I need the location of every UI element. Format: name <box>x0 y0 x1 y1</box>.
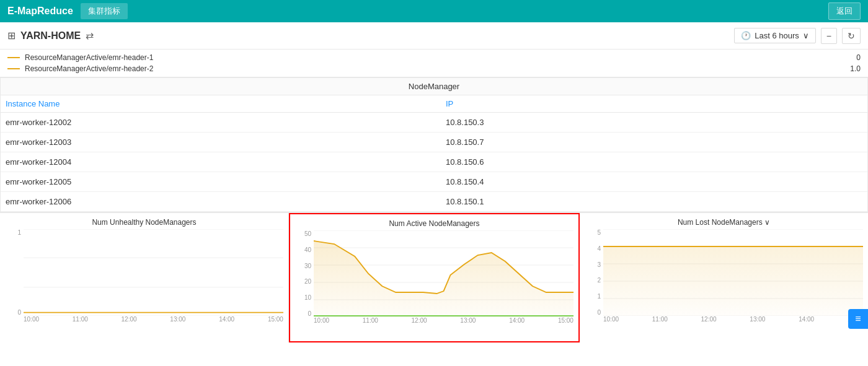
toolbar: ⊞ YARN-HOME ⇄ 🕐 Last 6 hours ∨ − ↻ <box>0 22 868 50</box>
chart-lost-x-axis: 10:00 11:00 12:00 13:00 14:00 15:00 <box>603 316 863 328</box>
back-button[interactable]: 返回 <box>828 2 861 20</box>
table-row[interactable]: emr-worker-12006 10.8.150.1 <box>1 192 867 212</box>
toolbar-right: 🕐 Last 6 hours ∨ − ↻ <box>734 28 861 44</box>
cell-instance-name: emr-worker-12003 <box>6 137 446 147</box>
cell-ip: 10.8.150.1 <box>446 197 862 206</box>
chart-lost-plot <box>603 229 863 316</box>
table-header: Instance Name IP <box>1 95 867 113</box>
nodemanager-table-section: NodeManager Instance Name IP emr-worker-… <box>0 77 868 212</box>
svg-marker-18 <box>603 246 863 316</box>
chart-unhealthy-x-axis: 10:00 11:00 12:00 13:00 14:00 15:00 <box>24 316 283 328</box>
legend-line-2 <box>7 68 20 69</box>
table-row[interactable]: emr-worker-12003 10.8.150.7 <box>1 133 867 152</box>
legend-value-1: 0 <box>856 53 861 62</box>
toolbar-left: ⊞ YARN-HOME ⇄ <box>7 30 94 41</box>
header-left: E-MapReduce 集群指标 <box>7 3 128 19</box>
table-row[interactable]: emr-worker-12004 10.8.150.6 <box>1 152 867 172</box>
refresh-button[interactable]: ↻ <box>842 28 861 44</box>
floating-action-button[interactable]: ≡ <box>848 309 868 329</box>
zoom-out-button[interactable]: − <box>821 28 837 44</box>
chart-active-plot <box>314 230 574 317</box>
table-row[interactable]: emr-worker-12002 10.8.150.3 <box>1 113 867 133</box>
time-range-label: Last 6 hours <box>755 31 799 40</box>
chart-unhealthy-container: 1 0 <box>5 229 283 328</box>
cell-instance-name: emr-worker-12004 <box>6 157 446 167</box>
charts-area: Num Unhealthy NodeManagers 1 0 <box>0 212 868 342</box>
chart-lost: Num Lost NodeManagers ∨ 5 4 3 2 1 0 <box>580 213 868 342</box>
clock-icon: 🕐 <box>741 31 751 40</box>
chevron-down-icon: ∨ <box>803 31 809 40</box>
chart-active-y-axis: 50 40 30 20 10 0 <box>295 230 314 317</box>
cell-ip: 10.8.150.3 <box>446 118 862 127</box>
chart-active-container: 50 40 30 20 10 0 <box>295 230 574 329</box>
chart-lost-container: 5 4 3 2 1 0 <box>585 229 863 328</box>
table-section-title: NodeManager <box>1 78 867 95</box>
legend-value-2: 1.0 <box>850 64 861 73</box>
time-range-selector[interactable]: 🕐 Last 6 hours ∨ <box>734 28 816 43</box>
legend-item-2: ResourceManagerActive/emr-header-2 1.0 <box>7 63 861 74</box>
table-row[interactable]: emr-worker-12005 10.8.150.4 <box>1 172 867 192</box>
chart-unhealthy: Num Unhealthy NodeManagers 1 0 <box>0 213 289 342</box>
app-header: E-MapReduce 集群指标 返回 <box>0 0 868 22</box>
chart-unhealthy-svg <box>24 229 283 316</box>
chart-unhealthy-title: Num Unhealthy NodeManagers <box>5 218 283 227</box>
legend-area: ResourceManagerActive/emr-header-1 0 Res… <box>0 50 868 77</box>
chart-unhealthy-y-axis: 1 0 <box>5 229 24 316</box>
cell-instance-name: emr-worker-12006 <box>6 197 446 206</box>
app-logo: E-MapReduce <box>7 6 73 17</box>
share-icon[interactable]: ⇄ <box>86 30 94 41</box>
col-header-instance-name[interactable]: Instance Name <box>6 99 446 108</box>
chart-active: Num Active NodeManagers 50 40 30 20 10 0 <box>289 213 580 342</box>
cell-ip: 10.8.150.7 <box>446 137 862 147</box>
legend-label-2: ResourceManagerActive/emr-header-2 <box>25 64 153 73</box>
svg-marker-10 <box>314 241 574 317</box>
table-body: emr-worker-12002 10.8.150.3 emr-worker-1… <box>1 113 867 212</box>
header-tab[interactable]: 集群指标 <box>81 3 128 19</box>
grid-icon: ⊞ <box>7 30 16 41</box>
chart-lost-title: Num Lost NodeManagers ∨ <box>585 218 863 227</box>
col-header-ip[interactable]: IP <box>446 99 862 108</box>
cell-instance-name: emr-worker-12002 <box>6 118 446 127</box>
page-title: YARN-HOME <box>20 30 81 41</box>
chart-active-x-axis: 10:00 11:00 12:00 13:00 14:00 15:00 <box>314 317 574 329</box>
cell-ip: 10.8.150.6 <box>446 157 862 167</box>
chart-lost-svg <box>603 229 863 316</box>
cell-ip: 10.8.150.4 <box>446 177 862 186</box>
chart-unhealthy-plot <box>24 229 283 316</box>
legend-item-1: ResourceManagerActive/emr-header-1 0 <box>7 52 861 63</box>
chart-active-title: Num Active NodeManagers <box>295 219 574 228</box>
legend-line-1 <box>7 57 20 58</box>
chart-active-svg <box>314 230 574 317</box>
chart-lost-y-axis: 5 4 3 2 1 0 <box>585 229 603 316</box>
cell-instance-name: emr-worker-12005 <box>6 177 446 186</box>
legend-label-1: ResourceManagerActive/emr-header-1 <box>25 53 153 62</box>
